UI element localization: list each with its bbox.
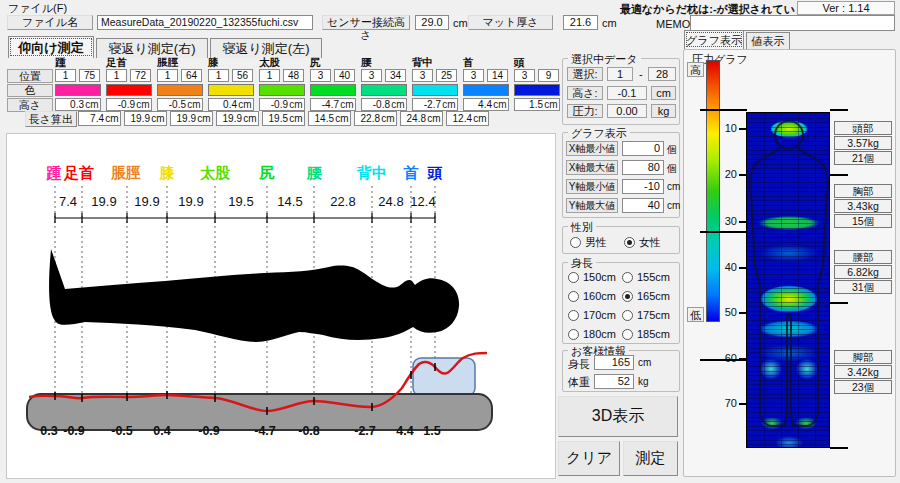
length-value: 19.9 xyxy=(125,113,150,124)
part-position-row: 1 48 xyxy=(259,69,305,82)
tab-roll-left[interactable]: 寝返り測定(左) xyxy=(210,38,322,58)
part-color-swatch xyxy=(463,84,509,96)
part-color-swatch xyxy=(55,84,101,96)
bottom-value: 4.4 xyxy=(396,424,413,438)
radio-label: 男性 xyxy=(585,236,607,248)
height-option-155[interactable]: 155cm xyxy=(622,271,670,283)
part-pos-start-input[interactable]: 3 xyxy=(310,69,331,82)
radio-label: 185cm xyxy=(637,328,670,340)
x-axis-max-input[interactable]: 80 xyxy=(622,160,664,175)
height-option-180[interactable]: 180cm xyxy=(568,328,616,340)
tab-pressure-values[interactable]: 値表示 xyxy=(746,32,790,49)
tab-roll-right[interactable]: 寝返り測定(右) xyxy=(96,38,208,58)
sensor-height-input[interactable]: 29.0 xyxy=(415,15,449,30)
segment-length: 19.9 xyxy=(134,194,159,209)
part-height-box: 4.4cm xyxy=(463,98,509,111)
part-pos-start-input[interactable]: 3 xyxy=(412,69,433,82)
customer-weight-input[interactable]: 52 xyxy=(594,374,634,389)
part-pos-start-input[interactable]: 1 xyxy=(259,69,280,82)
segment-length: 14.5 xyxy=(277,194,302,209)
clear-button[interactable]: クリア xyxy=(558,441,620,476)
selected-height-unit: cm xyxy=(651,86,676,100)
length-unit: cm xyxy=(334,113,350,124)
part-pos-start-input[interactable]: 1 xyxy=(208,69,229,82)
bottom-value: -0.8 xyxy=(298,424,320,438)
part-height-value: 0.3 xyxy=(56,99,84,110)
sensor-height-label: センサー接続高さ xyxy=(322,15,410,30)
segment-length: 19.9 xyxy=(91,194,116,209)
customer-height-label: 身長 xyxy=(568,357,590,372)
x-axis-min-input[interactable]: 0 xyxy=(622,141,664,156)
menu-file[interactable]: ファイル(F) xyxy=(8,1,67,14)
memo-label: MEMO: xyxy=(656,18,693,30)
body-outline xyxy=(747,113,831,449)
height-option-175[interactable]: 175cm xyxy=(622,309,670,321)
length-value: 12.4 xyxy=(447,113,472,124)
part-pos-end-input[interactable]: 40 xyxy=(334,69,355,82)
view-3d-button[interactable]: 3D表示 xyxy=(558,396,678,437)
part-pos-start-input[interactable]: 3 xyxy=(361,69,382,82)
height-option-160[interactable]: 160cm xyxy=(568,290,616,302)
radio-icon xyxy=(624,237,635,248)
radio-label: 150cm xyxy=(583,271,616,283)
part-pos-start-input[interactable]: 3 xyxy=(463,69,484,82)
part-pos-end-input[interactable]: 72 xyxy=(130,69,151,82)
tab-supine[interactable]: 仰向け測定 xyxy=(8,36,94,58)
part-pos-end-input[interactable]: 64 xyxy=(181,69,202,82)
length-value: 24.8 xyxy=(401,113,426,124)
y-axis-max-input[interactable]: 40 xyxy=(622,198,664,213)
part-label: 脹脛 xyxy=(110,164,141,181)
length-box: 19.9cm xyxy=(216,111,259,126)
bottom-value: -2.7 xyxy=(354,424,376,438)
memo-input[interactable] xyxy=(690,15,895,31)
measure-button[interactable]: 測定 xyxy=(623,441,678,476)
part-pos-start-input[interactable]: 1 xyxy=(106,69,127,82)
pressure-heatmap[interactable] xyxy=(746,112,830,448)
part-pos-end-input[interactable]: 34 xyxy=(385,69,406,82)
radio-label: 170cm xyxy=(583,309,616,321)
part-pos-end-input[interactable]: 14 xyxy=(487,69,508,82)
part-height-value: -0.9 xyxy=(260,99,288,110)
gender-option-male[interactable]: 男性 xyxy=(570,235,607,250)
part-name: 首 xyxy=(463,56,509,68)
customer-height-input[interactable]: 165 xyxy=(594,355,634,370)
part-height-unit: cm xyxy=(135,99,151,110)
bottom-value: 0.3 xyxy=(40,424,57,438)
part-pos-start-input[interactable]: 1 xyxy=(157,69,178,82)
bottom-value: -0.9 xyxy=(63,424,85,438)
height-option-165[interactable]: 165cm xyxy=(622,290,670,302)
height-option-170[interactable]: 170cm xyxy=(568,309,616,321)
part-pos-end-input[interactable]: 75 xyxy=(79,69,100,82)
y-axis-min-input[interactable]: -10 xyxy=(622,179,664,194)
part-position-row: 3 34 xyxy=(361,69,407,82)
part-pos-start-input[interactable]: 3 xyxy=(514,69,535,82)
y-axis-max-label: Y軸最大値 xyxy=(566,198,618,213)
selected-pressure-label: 圧力: xyxy=(567,104,603,118)
file-name-input[interactable]: MeasureData_20190220_132355fuchi.csv xyxy=(97,15,313,30)
tick-line xyxy=(739,267,746,269)
part-pos-end-input[interactable]: 56 xyxy=(232,69,253,82)
region-line-head-right xyxy=(830,109,848,111)
part-pos-end-input[interactable]: 9 xyxy=(538,69,559,82)
part-pos-end-input[interactable]: 25 xyxy=(436,69,457,82)
tab-pressure-graph[interactable]: グラフ表示 xyxy=(684,30,744,49)
mat-thickness-input[interactable]: 21.6 xyxy=(563,15,598,30)
radio-icon xyxy=(570,237,581,248)
segment-length: 24.8 xyxy=(378,194,403,209)
length-calc-button[interactable]: 長さ算出 xyxy=(25,111,77,127)
height-option-150[interactable]: 150cm xyxy=(568,271,616,283)
gender-option-female[interactable]: 女性 xyxy=(624,235,661,250)
part-height-unit: cm xyxy=(288,99,304,110)
part-height-box: -0.9cm xyxy=(106,98,152,111)
length-unit: cm xyxy=(196,113,212,124)
part-pos-end-input[interactable]: 48 xyxy=(283,69,304,82)
graph-settings-title: グラフ表示 xyxy=(568,126,630,141)
length-unit: cm xyxy=(472,113,488,124)
region-waist-weight: 6.82kg xyxy=(834,265,892,279)
height-option-185[interactable]: 185cm xyxy=(622,328,670,340)
sensor-height-unit: cm xyxy=(453,17,468,29)
pressure-color-scale xyxy=(706,60,720,322)
part-label: 太股 xyxy=(199,164,231,181)
part-pos-start-input[interactable]: 1 xyxy=(55,69,76,82)
scale-high-label: 高 xyxy=(687,62,704,77)
